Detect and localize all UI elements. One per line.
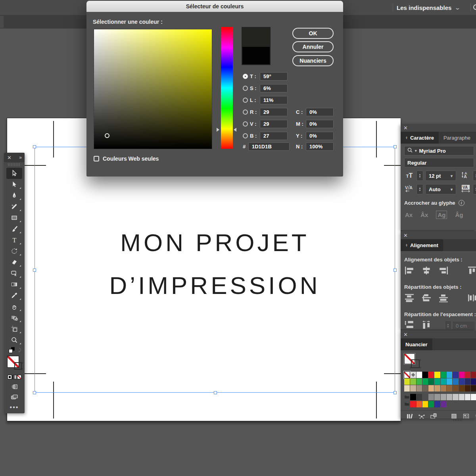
- rectangle-frame-tool[interactable]: [6, 212, 22, 223]
- drag-grip[interactable]: [8, 163, 21, 166]
- tab-nuancier[interactable]: Nuancier: [401, 338, 432, 350]
- radio-S[interactable]: [243, 86, 248, 91]
- selection-tool[interactable]: [6, 168, 22, 179]
- glyph-snap-button-2[interactable]: Âx: [420, 211, 428, 218]
- shapes-tool[interactable]: [6, 312, 22, 323]
- L-value-field[interactable]: 11%: [260, 96, 288, 104]
- S-value-field[interactable]: 6%: [260, 84, 288, 92]
- color-themes-icon[interactable]: [416, 413, 427, 418]
- brush-tool[interactable]: [6, 223, 22, 234]
- font-family-field[interactable]: ▾ Myriad Pro: [404, 146, 474, 155]
- swatch[interactable]: [416, 394, 422, 400]
- swatch[interactable]: [428, 401, 434, 407]
- swatch[interactable]: [459, 385, 464, 392]
- swatch[interactable]: [465, 372, 470, 378]
- handle-top-left[interactable]: [33, 145, 36, 148]
- swatch[interactable]: [441, 385, 446, 392]
- swatch[interactable]: [422, 385, 428, 392]
- N-value-field[interactable]: 100%: [306, 142, 334, 151]
- cancel-button[interactable]: Annuler: [292, 41, 334, 52]
- swatch[interactable]: [441, 378, 446, 385]
- swatches-button[interactable]: Nuanciers: [292, 55, 334, 66]
- distribute-center-v-icon[interactable]: [421, 294, 433, 304]
- handle-mid-right[interactable]: [393, 269, 397, 272]
- space-vertical-icon[interactable]: [404, 321, 416, 329]
- radio-B[interactable]: [243, 133, 248, 138]
- glyph-snap-button-3[interactable]: Ag: [436, 211, 447, 219]
- delete-swatch-icon[interactable]: [473, 413, 476, 418]
- align-top-icon[interactable]: [467, 266, 476, 276]
- hue-slider[interactable]: [221, 27, 233, 149]
- swatch[interactable]: [471, 394, 476, 400]
- V-value-field[interactable]: 29: [260, 120, 288, 128]
- close-icon[interactable]: ✕: [403, 125, 408, 131]
- swatch[interactable]: [459, 372, 464, 378]
- color-field-marker[interactable]: [105, 133, 109, 138]
- kerning-field[interactable]: Auto▾: [425, 184, 456, 194]
- swatch[interactable]: [404, 385, 410, 392]
- align-center-h-icon[interactable]: [421, 266, 433, 276]
- new-swatch-group-icon[interactable]: [428, 413, 439, 418]
- artboard-tool[interactable]: [6, 323, 22, 334]
- workspace-switcher[interactable]: Les indispensables ⌄: [397, 0, 460, 15]
- swatch[interactable]: [416, 401, 422, 407]
- swatch[interactable]: [465, 385, 470, 392]
- swatch[interactable]: [422, 378, 428, 385]
- hue-slider-arrow-right[interactable]: [234, 128, 236, 132]
- handle-bottom-left[interactable]: [33, 391, 36, 394]
- swatch[interactable]: [428, 378, 434, 385]
- swatch[interactable]: [416, 372, 422, 378]
- swatch[interactable]: [434, 385, 440, 392]
- font-size-field[interactable]: 12 pt▾: [425, 171, 456, 181]
- T-value-field[interactable]: 59°: [260, 72, 288, 81]
- hex-value-field[interactable]: 1D1D1B: [248, 142, 290, 151]
- more-tools-icon[interactable]: •••: [10, 402, 19, 411]
- swatch[interactable]: [459, 378, 464, 385]
- swatch[interactable]: [441, 394, 446, 400]
- M-value-field[interactable]: 0%: [306, 120, 334, 128]
- handle-bottom-center[interactable]: [214, 391, 217, 394]
- tab-alignement[interactable]: ▲▼ Alignement: [401, 239, 443, 251]
- swatch[interactable]: [441, 372, 446, 378]
- hue-slider-arrow-left[interactable]: [217, 128, 219, 132]
- eyedropper-tool[interactable]: [6, 290, 22, 301]
- apply-none-button[interactable]: [17, 375, 21, 379]
- swatch[interactable]: [453, 378, 458, 385]
- swatch[interactable]: [428, 394, 434, 400]
- swatch[interactable]: [410, 394, 416, 400]
- swatch[interactable]: [453, 372, 458, 378]
- swatch[interactable]: [422, 372, 428, 378]
- distribute-left-icon[interactable]: [467, 294, 476, 304]
- radio-V[interactable]: [243, 121, 248, 127]
- leading-stepper[interactable]: ▲▼: [473, 171, 476, 181]
- selection-frame[interactable]: [35, 147, 395, 393]
- rotate-tool[interactable]: [6, 246, 22, 257]
- fill-stroke-mini-toggle[interactable]: ⤸: [8, 347, 21, 354]
- expand-panel-icon[interactable]: »: [19, 155, 21, 160]
- ok-button[interactable]: OK: [292, 28, 334, 39]
- dialog-title-bar[interactable]: Sélecteur de couleurs: [86, 1, 343, 12]
- saturation-brightness-field[interactable]: [94, 29, 212, 149]
- R-value-field[interactable]: 29: [260, 108, 288, 116]
- swatch-group-folder-icon[interactable]: [404, 401, 410, 407]
- radio-T[interactable]: [243, 74, 248, 79]
- close-icon[interactable]: ✕: [403, 232, 408, 238]
- spacing-stepper[interactable]: ▲▼: [445, 321, 451, 329]
- apply-to-container-icon[interactable]: ???: [14, 362, 22, 370]
- eraser-tool[interactable]: [6, 257, 22, 268]
- apply-gradient-button[interactable]: [12, 375, 17, 379]
- align-right-icon[interactable]: [438, 266, 450, 276]
- swatch[interactable]: [422, 401, 428, 407]
- radio-L[interactable]: [243, 98, 248, 103]
- swatch[interactable]: [434, 372, 440, 378]
- panel-resize-grip[interactable]: [453, 419, 463, 421]
- close-icon[interactable]: ✕: [403, 332, 408, 338]
- glyph-snap-button-4[interactable]: Âg: [455, 211, 463, 218]
- swatch[interactable]: [459, 394, 464, 400]
- font-style-field[interactable]: Regular: [404, 158, 474, 167]
- swatch-registration[interactable]: [410, 372, 416, 378]
- hand-tool[interactable]: [6, 301, 22, 312]
- search-icon[interactable]: [473, 4, 476, 10]
- distribute-bottom-icon[interactable]: [438, 294, 450, 304]
- handle-top-right[interactable]: [393, 145, 397, 148]
